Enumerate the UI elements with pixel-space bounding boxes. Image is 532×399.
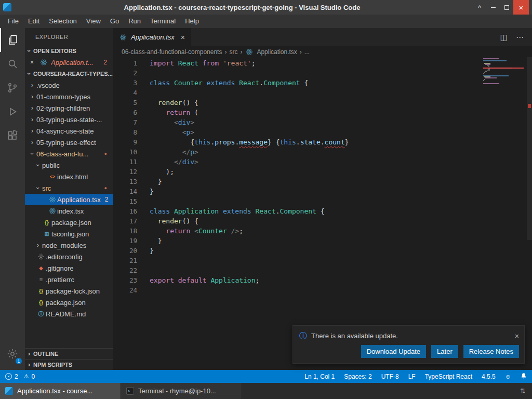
tree-item-package-json[interactable]: {}package.json	[25, 217, 113, 228]
taskbar-window-application-tsx-course[interactable]: Application.tsx - course...	[0, 383, 121, 399]
tree-item-03-typing-use-state[interactable]: ›03-typing-use-state-...	[25, 114, 113, 125]
release-notes-button[interactable]: Release Notes	[463, 345, 519, 358]
menu-item-help[interactable]: Help	[180, 15, 204, 28]
breadcrumb-item-item[interactable]: ...	[304, 48, 310, 56]
npm-scripts-section-header[interactable]: › NPM SCRIPTS	[25, 359, 113, 370]
code-line[interactable]: 22	[113, 265, 532, 275]
more-actions-icon[interactable]: ⋯	[516, 33, 524, 42]
window-controls: ^ ×	[473, 0, 529, 15]
tree-item-gitignore[interactable]: ◆.gitignore	[25, 262, 113, 274]
close-icon[interactable]: ×	[30, 59, 36, 66]
typescript-version[interactable]: 4.5.5	[482, 373, 496, 380]
code-line[interactable]: 21	[113, 256, 532, 265]
tree-item-readme-md[interactable]: ⓘREADME.md	[25, 308, 113, 320]
tree-item-application-tsx[interactable]: Application.tsx2	[25, 194, 113, 205]
code-line[interactable]: 6 return (	[113, 108, 532, 117]
menu-item-selection[interactable]: Selection	[44, 15, 81, 28]
minimap[interactable]	[483, 58, 525, 91]
tree-item-public[interactable]: ›public	[25, 159, 113, 171]
tree-item-node-modules[interactable]: ›node_modules	[25, 240, 113, 251]
taskbar-window-terminal-rhyme-ip-10[interactable]: >_Terminal - rhyme@ip-10...	[121, 383, 242, 399]
explorer-icon[interactable]	[0, 28, 25, 52]
code-line[interactable]: 3class Counter extends React.Component {	[113, 78, 532, 88]
code-line[interactable]: 11 </div>	[113, 157, 532, 167]
menu-item-view[interactable]: View	[82, 15, 105, 28]
code-line[interactable]: 5 render() {	[113, 98, 532, 108]
breadcrumb-item-src[interactable]: src	[229, 48, 237, 56]
run-debug-icon[interactable]	[0, 100, 25, 124]
tree-item-package-lock-json[interactable]: {}package-lock.json	[25, 285, 113, 297]
code-line[interactable]: 17 render() {	[113, 216, 532, 226]
code-line[interactable]: 12 );	[113, 167, 532, 177]
scrollbar[interactable]	[527, 57, 532, 240]
maximize-button[interactable]	[500, 0, 513, 15]
tree-item-01-common-types[interactable]: ›01-common-types	[25, 91, 113, 102]
notification-close-icon[interactable]: ×	[515, 332, 519, 340]
code-line[interactable]: 20}	[113, 246, 532, 256]
tree-item-02-typing-children[interactable]: ›02-typing-children	[25, 102, 113, 114]
tree-item-package-json[interactable]: {}package.json	[25, 297, 113, 308]
language-mode[interactable]: TypeScript React	[425, 373, 472, 380]
tab-close-icon[interactable]: ×	[181, 33, 185, 42]
file-icon-ts: ⊞	[42, 231, 51, 237]
breadcrumb-item-application-tsx[interactable]: Application.tsx	[257, 48, 297, 56]
line-number: 12	[113, 167, 137, 177]
source-control-icon[interactable]	[0, 76, 25, 100]
code-line[interactable]: 10 </p>	[113, 147, 532, 157]
tree-item-vscode[interactable]: ›.vscode	[25, 79, 113, 91]
menu-item-terminal[interactable]: Terminal	[145, 15, 180, 28]
tab-application-tsx[interactable]: Application.tsx ×	[113, 28, 191, 46]
close-button[interactable]: ×	[513, 0, 529, 15]
tree-item-index-tsx[interactable]: index.tsx	[25, 205, 113, 217]
code-line[interactable]: 24	[113, 285, 532, 295]
tree-item-06-class-and-fu[interactable]: ›06-class-and-fu...●	[25, 148, 113, 159]
code-line[interactable]: 7 <div>	[113, 117, 532, 127]
menu-item-file[interactable]: File	[3, 15, 23, 28]
tree-item-04-async-use-state[interactable]: ›04-async-use-state	[25, 125, 113, 137]
feedback-smiley-icon[interactable]: ☺	[505, 373, 511, 380]
tree-item-tsconfig-json[interactable]: ⊞tsconfig.json	[25, 228, 113, 240]
code-line[interactable]: 4	[113, 88, 532, 98]
menu-item-run[interactable]: Run	[124, 15, 145, 28]
extensions-icon[interactable]	[0, 124, 25, 148]
notifications-bell-icon[interactable]	[521, 373, 527, 381]
code-line[interactable]: 15	[113, 196, 532, 206]
tree-item-editorconfig[interactable]: .editorconfig	[25, 251, 113, 262]
shade-button[interactable]: ^	[473, 0, 486, 15]
code-line[interactable]: 14}	[113, 187, 532, 196]
manage-gear-icon[interactable]: 1	[0, 342, 25, 366]
tree-item-label: 06-class-and-fu...	[36, 150, 88, 158]
eol-status[interactable]: LF	[408, 373, 416, 380]
later-button[interactable]: Later	[431, 345, 458, 358]
code-line[interactable]: 19 }	[113, 236, 532, 246]
code-line[interactable]: 9 {this.props.message} {this.state.count…	[113, 137, 532, 147]
code-line[interactable]: 23export default Application;	[113, 275, 532, 285]
breadcrumb-item-06-class-and-functional-components[interactable]: 06-class-and-functional-components	[122, 48, 222, 56]
open-editor-item[interactable]: ×Application.t...2	[25, 57, 113, 68]
problems-status[interactable]: × 2 ⚠ 0	[5, 373, 35, 380]
code-line[interactable]: 16class Application extends React.Compon…	[113, 206, 532, 216]
workspace-folder-header[interactable]: › COURSERA-REACT-TYPES...	[25, 68, 113, 79]
code-line[interactable]: 2	[113, 68, 532, 78]
menu-item-go[interactable]: Go	[105, 15, 124, 28]
search-icon[interactable]	[0, 52, 25, 76]
code-line[interactable]: 8 <p>	[113, 127, 532, 137]
cursor-position[interactable]: Ln 1, Col 1	[304, 373, 335, 380]
minimize-button[interactable]	[486, 0, 500, 15]
code-line[interactable]: 1import React from 'react';	[113, 58, 532, 68]
split-editor-icon[interactable]: ◫	[500, 33, 508, 42]
tree-item-05-typing-use-effect[interactable]: ›05-typing-use-effect	[25, 137, 113, 148]
tree-item-src[interactable]: ›src●	[25, 182, 113, 194]
encoding-status[interactable]: UTF-8	[381, 373, 399, 380]
tree-item-index-html[interactable]: <>index.html	[25, 171, 113, 182]
workspace-switcher-icon[interactable]: ⇅	[520, 383, 532, 399]
line-number: 14	[113, 187, 137, 196]
code-line[interactable]: 18 return <Counter />;	[113, 226, 532, 236]
code-line[interactable]: 13 }	[113, 177, 532, 187]
indentation-status[interactable]: Spaces: 2	[344, 373, 371, 380]
open-editors-header[interactable]: › OPEN EDITORS	[25, 45, 113, 57]
menu-item-edit[interactable]: Edit	[23, 15, 44, 28]
tree-item-prettierrc[interactable]: ≡.prettierrc	[25, 274, 113, 285]
outline-section-header[interactable]: › OUTLINE	[25, 348, 113, 359]
download-update-button[interactable]: Download Update	[361, 345, 426, 358]
